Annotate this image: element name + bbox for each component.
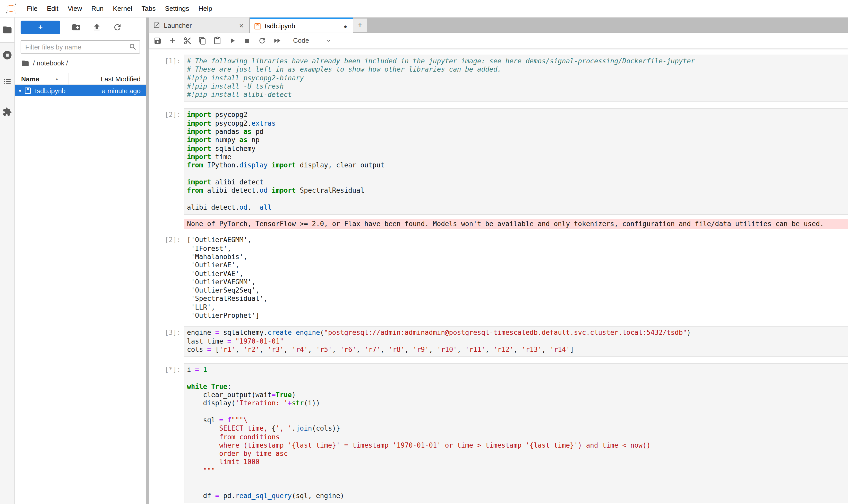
- table-of-contents-icon[interactable]: [3, 77, 12, 86]
- menu-item-run[interactable]: Run: [87, 0, 108, 17]
- code-line: #!pip install -U tsfresh: [187, 83, 848, 91]
- code-line: [187, 408, 848, 416]
- code-token: pd.: [219, 492, 235, 499]
- code-token: 'r4': [292, 346, 308, 353]
- cell-prompt: [2]:: [149, 234, 184, 320]
- output-line: 'LLR',: [187, 303, 848, 312]
- menu-item-edit[interactable]: Edit: [42, 0, 63, 17]
- search-icon: [129, 43, 137, 51]
- code-token: ,: [513, 346, 522, 353]
- cell-prompt: [2]:: [149, 108, 184, 215]
- code-token: import: [187, 128, 211, 136]
- upload-icon[interactable]: [92, 22, 102, 32]
- code-token: ,: [284, 346, 292, 353]
- code-token: import: [187, 178, 211, 186]
- running-kernels-icon[interactable]: [2, 50, 12, 60]
- menu-item-view[interactable]: View: [63, 0, 87, 17]
- code-line: import psycopg2.extras: [187, 120, 848, 128]
- code-line: clear_output(wait=True): [187, 391, 848, 399]
- main-dock-panel: Launcher × tsdb.ipynb ● +: [149, 18, 848, 504]
- stderr-output: None of PyTorch, TensorFlow >= 2.0, or F…: [184, 219, 848, 230]
- copy-icon[interactable]: [198, 36, 206, 44]
- refresh-icon[interactable]: [113, 22, 122, 32]
- code-token: from conditions: [187, 433, 279, 440]
- filter-files-input[interactable]: [21, 40, 140, 54]
- restart-kernel-icon[interactable]: [258, 36, 266, 44]
- column-header-name[interactable]: Name ▲: [15, 75, 69, 83]
- code-token: 'r12': [493, 346, 513, 353]
- code-token: :: [228, 383, 232, 391]
- cut-icon[interactable]: [183, 36, 192, 44]
- cell-output-row: None of PyTorch, TensorFlow >= 2.0, or F…: [149, 219, 848, 230]
- file-last-modified: a minute ago: [102, 87, 141, 94]
- code-token: order by time asc: [187, 450, 288, 457]
- menu-item-kernel[interactable]: Kernel: [108, 0, 137, 17]
- run-icon[interactable]: [228, 36, 236, 44]
- code-token: ,: [457, 346, 465, 353]
- code-token: 'r5': [316, 346, 332, 353]
- save-icon[interactable]: [154, 36, 162, 44]
- cell-prompt: [3]:: [149, 326, 184, 357]
- code-line: [187, 475, 848, 483]
- dock-tab-bar: Launcher × tsdb.ipynb ● +: [149, 18, 848, 33]
- close-icon[interactable]: ×: [237, 21, 245, 30]
- tab-launcher[interactable]: Launcher ×: [149, 18, 250, 33]
- code-token: import: [187, 144, 211, 152]
- new-launcher-button[interactable]: +: [21, 20, 60, 34]
- panel-resize-handle[interactable]: [146, 18, 149, 504]
- output-line: 'OutlierVAEGMM',: [187, 278, 848, 287]
- restart-run-all-icon[interactable]: [273, 36, 281, 44]
- extensions-puzzle-icon[interactable]: [3, 107, 12, 116]
- code-token: (: [320, 329, 324, 337]
- code-token: # These are just left in as examples to …: [187, 66, 501, 73]
- launcher-icon: [153, 22, 160, 29]
- code-token: =: [195, 366, 199, 374]
- code-line: where (timestamp '{last_time}' = timesta…: [187, 442, 848, 450]
- cell-editor[interactable]: # The following libraries have already b…: [184, 55, 848, 102]
- menu-item-help[interactable]: Help: [194, 0, 217, 17]
- tab-tsdb-ipynb[interactable]: tsdb.ipynb ●: [250, 18, 353, 33]
- code-token: SpectralResidual: [296, 186, 364, 194]
- code-token: ,: [485, 346, 493, 353]
- notebook-file-icon: [24, 87, 32, 94]
- new-tab-button[interactable]: +: [353, 19, 367, 32]
- output-line: 'IForest',: [187, 245, 848, 253]
- add-cell-icon[interactable]: [168, 36, 177, 44]
- code-token: sqlalchemy.: [219, 329, 268, 337]
- code-line: limit 1000: [187, 458, 848, 467]
- unsaved-dot-icon[interactable]: ●: [342, 23, 349, 29]
- paste-icon[interactable]: [213, 36, 221, 44]
- code-token: 'r2': [243, 346, 259, 353]
- code-token: read_sql_query: [235, 492, 292, 499]
- cell-input-row: [3]:engine = sqlalchemy.create_engine("p…: [149, 326, 848, 357]
- code-token: #!pip install alibi-detect: [187, 91, 292, 98]
- code-token: .: [248, 203, 252, 211]
- new-folder-icon[interactable]: [72, 22, 81, 32]
- cell-editor[interactable]: i = 1 while True: clear_output(wait=True…: [184, 363, 848, 503]
- cell-editor[interactable]: import psycopg2import psycopg2.extrasimp…: [184, 108, 848, 215]
- column-header-last-modified[interactable]: Last Modified: [69, 73, 146, 85]
- file-row-tsdb-ipynb[interactable]: tsdb.ipynb a minute ago: [15, 85, 146, 96]
- stop-icon[interactable]: [243, 36, 251, 44]
- code-token: =: [207, 346, 211, 353]
- sidebar-tab-file-browser[interactable]: [0, 18, 14, 43]
- breadcrumb[interactable]: / notebook /: [15, 56, 146, 70]
- code-token: sql: [187, 416, 219, 424]
- code-token: ,: [259, 346, 268, 353]
- menu-item-tabs[interactable]: Tabs: [137, 0, 160, 17]
- code-token: [199, 366, 203, 374]
- code-token: 'r11': [465, 346, 485, 353]
- activity-bar: [0, 18, 15, 504]
- execute-result: ['OutlierAEGMM', 'IForest', 'Mahalanobis…: [184, 234, 848, 320]
- code-token: [268, 186, 272, 194]
- code-token: psycopg2.: [211, 120, 252, 127]
- menu-item-file[interactable]: File: [22, 0, 42, 17]
- code-token: display(: [187, 399, 235, 407]
- cell-type-dropdown[interactable]: Code: [293, 37, 332, 44]
- cell-output-row: [2]:['OutlierAEGMM', 'IForest', 'Mahalan…: [149, 234, 848, 320]
- menu-item-settings[interactable]: Settings: [160, 0, 194, 17]
- code-line: cols = ['r1', 'r2', 'r3', 'r4', 'r5', 'r…: [187, 346, 848, 354]
- code-token: =: [219, 416, 223, 424]
- cell-editor[interactable]: engine = sqlalchemy.create_engine("postg…: [184, 326, 848, 357]
- code-token: f: [228, 416, 232, 424]
